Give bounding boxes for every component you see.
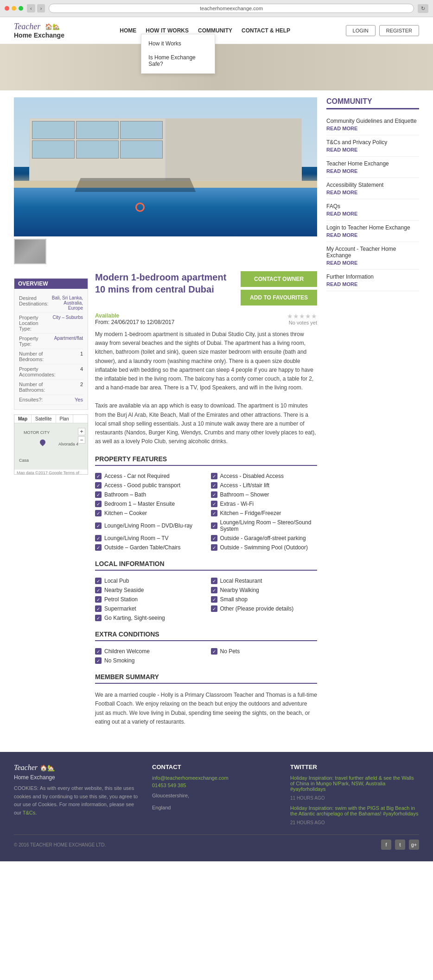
property-main-content: Modern 1-bedroom apartment 10 mins from … (95, 271, 317, 736)
read-more-link[interactable]: READ MORE (326, 232, 419, 238)
local-info-section-title: LOCAL INFORMATION (95, 560, 317, 571)
community-item-7: Further Information READ MORE (326, 270, 419, 291)
footer-contact-section: CONTACT info@teacherhomeexchange.com 014… (152, 764, 281, 825)
map-tab-map[interactable]: Map (14, 415, 32, 423)
nav-contact[interactable]: CONTACT & HELP (242, 27, 290, 34)
map-tab-plan[interactable]: Plan (56, 415, 73, 423)
checkbox-icon: ✓ (95, 605, 102, 612)
dropdown-safe[interactable]: Is Home Exchange Safe? (141, 51, 215, 71)
maximize-button[interactable] (19, 6, 23, 11)
community-item-title: My Account - Teacher Home Exchange (326, 246, 419, 259)
community-item-4: FAQs READ MORE (326, 199, 419, 221)
main-left-area: OVERVIEW Desired Destinations: Bali, Sri… (14, 97, 317, 736)
overview-label-bathrooms: Number of Bathrooms: (19, 382, 51, 393)
checkbox-icon: ✓ (211, 544, 217, 551)
map-container[interactable]: Map Satellite Plan MOTOR CITY Alvorada 4… (14, 414, 88, 475)
community-item-title: Login to Teacher Home Exchange (326, 224, 419, 231)
read-more-link[interactable]: READ MORE (326, 147, 419, 153)
window (32, 121, 75, 139)
community-item-title: Teacher Home Exchange (326, 160, 419, 167)
community-item-0: Community Guidelines and Etiquette READ … (326, 114, 419, 135)
main-wrapper: OVERVIEW Desired Destinations: Bali, Sri… (0, 90, 433, 743)
footer-copyright: © 2016 TEACHER HOME EXCHANGE LTD. (14, 842, 106, 847)
map-label-casa: Casa (19, 458, 29, 463)
local-info-item: ✓ Other (Please provide details) (211, 605, 318, 612)
checkbox-icon: ✓ (95, 473, 102, 479)
dropdown-how-it-works[interactable]: How it Works (141, 37, 215, 51)
overview-row-ensuites: Ensuites?: Yes (19, 395, 83, 405)
read-more-link[interactable]: READ MORE (326, 190, 419, 195)
login-button[interactable]: LOGIN (346, 25, 376, 36)
local-info-label: Nearby Seaside (104, 587, 144, 593)
close-button[interactable] (5, 6, 9, 11)
checkbox-icon: ✓ (211, 596, 217, 603)
window (120, 140, 163, 159)
back-button[interactable]: ‹ (27, 4, 35, 13)
map-zoom-in[interactable]: + (78, 428, 85, 435)
twitter-time-0: 11 HOURS AGO (290, 795, 419, 801)
read-more-link[interactable]: READ MORE (326, 211, 419, 216)
nav-how-it-works[interactable]: HOW IT WORKS (146, 27, 189, 34)
read-more-link[interactable]: READ MORE (326, 281, 419, 287)
add-to-favourites-button[interactable]: ADD TO FAVOURITES (241, 290, 317, 305)
feature-label: Kitchen – Cooker (104, 510, 147, 516)
checkbox-icon: ✓ (211, 501, 217, 507)
window (76, 121, 119, 139)
overview-label-bedrooms: Number of Bedrooms: (19, 351, 51, 362)
local-info-item: ✓ Go Karting, Sight-seeing (95, 615, 202, 621)
image-railing (75, 178, 196, 192)
overview-label-ensuites: Ensuites?: (19, 397, 51, 402)
twitter-time-1: 21 HOURS AGO (290, 820, 419, 825)
overview-value-ensuites: Yes (51, 397, 83, 402)
local-info-item: ✓ Small shop (211, 596, 318, 603)
refresh-button[interactable]: ↻ (418, 4, 428, 13)
contact-owner-button[interactable]: CONTACT OWNER (241, 271, 317, 287)
googleplus-icon[interactable]: g+ (409, 840, 419, 850)
footer-grid: Teacher 🏠🏡 Home Exchange COOKIES: As wit… (14, 764, 419, 825)
url-bar[interactable]: teacherhomeexchange.com (49, 4, 414, 13)
star-rating: ★★★★★ (287, 312, 317, 320)
checkbox-icon: ✓ (95, 648, 102, 655)
property-actions: CONTACT OWNER ADD TO FAVOURITES (241, 271, 317, 305)
forward-button[interactable]: › (37, 4, 45, 13)
checkbox-icon: ✓ (95, 657, 102, 664)
read-more-link[interactable]: READ MORE (326, 168, 419, 174)
nav-community[interactable]: COMMUNITY (198, 27, 232, 34)
feature-item: ✓ Bathroom – Bath (95, 491, 202, 498)
feature-label: Kitchen – Fridge/Freezer (220, 510, 281, 516)
footer-tc-link[interactable]: T&Cs (23, 810, 36, 815)
community-item-6: My Account - Teacher Home Exchange READ … (326, 242, 419, 270)
overview-value-destinations: Bali, Sri Lanka, Australia, Europe (51, 295, 83, 311)
features-section-title: PROPERTY FEATURES (95, 455, 317, 466)
thumbnail-1[interactable] (14, 239, 46, 264)
local-info-label: Local Pub (104, 578, 129, 584)
twitter-text-1[interactable]: Holiday Inspiration: swim with the PIGS … (290, 805, 419, 816)
twitter-icon[interactable]: t (395, 840, 405, 850)
checkbox-icon: ✓ (95, 491, 102, 498)
twitter-text-0[interactable]: Holiday Inspiration: travel further afie… (290, 775, 419, 792)
browser-chrome: ‹ › teacherhomeexchange.com ↻ (0, 0, 433, 17)
register-button[interactable]: REGISTER (379, 25, 419, 36)
overview-row-accommodates: Property Accommodates: 4 (19, 364, 83, 380)
footer-social: f t g+ (381, 840, 419, 850)
footer-email[interactable]: info@teacherhomeexchange.com (152, 775, 281, 781)
logo[interactable]: Teacher 🏠🏡 Home Exchange (14, 22, 64, 39)
member-summary-section-title: MEMBER SUMMARY (95, 673, 317, 684)
map-body: MOTOR CITY Alvorada 4 Casa + − (14, 423, 88, 470)
nav-home[interactable]: HOME (120, 27, 136, 34)
hero-banner (0, 44, 433, 90)
image-building (29, 118, 302, 181)
property-title: Modern 1-bedroom apartment 10 mins from … (95, 271, 234, 295)
minimize-button[interactable] (12, 6, 16, 11)
read-more-link[interactable]: READ MORE (326, 126, 419, 131)
facebook-icon[interactable]: f (381, 840, 391, 850)
checkbox-icon: ✓ (211, 491, 217, 498)
map-zoom-out[interactable]: − (78, 436, 85, 444)
local-info-label: Other (Please provide details) (220, 605, 294, 612)
footer-bottom: © 2016 TEACHER HOME EXCHANGE LTD. f t g+ (14, 834, 419, 850)
overview-label: Desired Destinations: (19, 295, 51, 311)
overview-row-bathrooms: Number of Bathrooms: 2 (19, 380, 83, 395)
checkbox-icon: ✓ (95, 596, 102, 603)
map-tab-satellite[interactable]: Satellite (32, 415, 56, 423)
read-more-link[interactable]: READ MORE (326, 260, 419, 266)
